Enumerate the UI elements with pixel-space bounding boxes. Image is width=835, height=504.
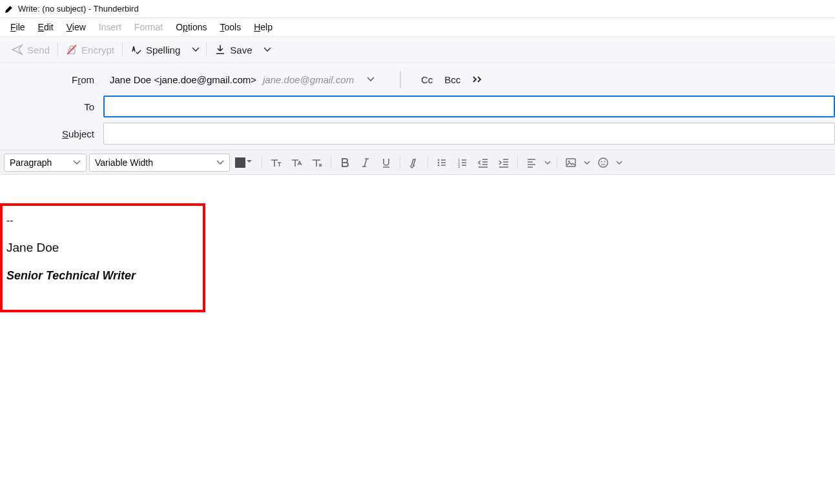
more-recipients-button[interactable] — [472, 76, 484, 83]
send-button[interactable]: Send — [5, 40, 56, 59]
menu-file[interactable]: File — [4, 19, 32, 35]
insert-image-button[interactable] — [562, 154, 580, 172]
numbered-list-button[interactable]: 123 — [453, 154, 471, 172]
svg-point-10 — [601, 161, 603, 162]
svg-point-3 — [438, 164, 440, 166]
outdent-icon — [477, 157, 489, 168]
subject-label: Subject — [0, 128, 103, 139]
italic-icon — [360, 157, 371, 168]
indent-icon — [498, 157, 510, 168]
align-left-icon — [526, 157, 537, 168]
outdent-button[interactable] — [474, 154, 492, 172]
toolbar-separator — [57, 43, 58, 57]
subject-input[interactable] — [103, 123, 835, 145]
chevron-down-icon — [616, 161, 623, 165]
to-input[interactable] — [103, 96, 835, 117]
to-row: To — [0, 93, 835, 120]
divider — [331, 156, 331, 169]
cc-button[interactable]: Cc — [421, 74, 433, 85]
encrypt-button[interactable]: Encrypt — [59, 40, 121, 59]
insert-emoji-dropdown[interactable] — [615, 161, 624, 165]
menu-insert: Insert — [92, 19, 128, 35]
compose-body[interactable]: -- Jane Doe Senior Technical Writer — [0, 175, 835, 504]
signature-title: Senior Technical Writer — [6, 269, 199, 283]
to-label: To — [0, 101, 103, 112]
signature-separator: -- — [6, 215, 199, 227]
toolbar-separator — [122, 43, 123, 57]
divider — [262, 156, 262, 169]
indent-button[interactable] — [495, 154, 513, 172]
underline-button[interactable] — [377, 154, 395, 172]
format-toolbar: Paragraph Variable Width 123 — [0, 150, 835, 175]
image-icon — [565, 157, 577, 168]
menu-format: Format — [128, 19, 169, 35]
font-size-decrease-button[interactable] — [267, 154, 285, 172]
spellcheck-icon — [130, 44, 142, 55]
svg-point-1 — [438, 159, 440, 161]
svg-point-2 — [438, 161, 440, 163]
send-icon — [12, 44, 23, 55]
menu-help[interactable]: Help — [247, 19, 279, 35]
svg-rect-7 — [566, 159, 575, 166]
from-label: From — [0, 74, 103, 85]
bcc-button[interactable]: Bcc — [444, 74, 460, 85]
eraser-format-icon — [408, 157, 420, 168]
menu-tools[interactable]: Tools — [213, 19, 247, 35]
align-dropdown[interactable] — [543, 161, 552, 165]
remove-text-styling-button[interactable] — [308, 154, 326, 172]
svg-point-8 — [568, 160, 570, 162]
from-dropdown[interactable] — [360, 77, 381, 82]
menu-edit[interactable]: Edit — [32, 19, 60, 35]
bold-button[interactable] — [336, 154, 354, 172]
toolbar-separator — [206, 43, 207, 57]
paragraph-style-select[interactable]: Paragraph — [4, 154, 87, 172]
chevron-down-icon — [584, 161, 590, 165]
from-account-hint: jane.doe@gmail.com — [263, 74, 354, 85]
main-toolbar: Send Encrypt Spelling Save — [0, 36, 835, 63]
chevron-down-icon — [367, 77, 375, 82]
divider — [428, 156, 428, 169]
chevron-down-icon — [263, 47, 271, 52]
chevron-down-icon — [544, 161, 551, 165]
svg-point-9 — [599, 158, 608, 167]
italic-button[interactable] — [356, 154, 375, 172]
compose-icon — [4, 4, 14, 14]
recipient-type-buttons: Cc Bcc — [421, 74, 484, 85]
menu-view[interactable]: View — [60, 19, 92, 35]
spelling-button[interactable]: Spelling — [124, 40, 187, 59]
save-dropdown[interactable] — [258, 43, 276, 56]
from-value-group: Jane Doe <jane.doe@gmail.com> jane.doe@g… — [103, 72, 484, 86]
bullet-list-icon — [436, 157, 448, 168]
subject-row: Subject — [0, 120, 835, 147]
lock-slash-icon — [66, 44, 77, 55]
spelling-dropdown[interactable] — [187, 43, 205, 56]
double-chevron-right-icon — [472, 76, 484, 83]
font-size-increase-button[interactable] — [287, 154, 305, 172]
font-family-select[interactable]: Variable Width — [89, 154, 230, 172]
bold-icon — [339, 157, 351, 168]
remove-formatting-button[interactable] — [405, 154, 423, 172]
svg-text:3: 3 — [458, 165, 460, 168]
underline-icon — [380, 157, 392, 168]
align-button[interactable] — [522, 154, 541, 172]
save-button[interactable]: Save — [208, 40, 258, 59]
smiley-icon — [597, 157, 609, 168]
menu-options[interactable]: Options — [169, 19, 213, 35]
font-larger-icon — [290, 156, 303, 169]
insert-emoji-button[interactable] — [594, 154, 612, 172]
divider — [557, 156, 557, 169]
divider: │ — [387, 72, 415, 86]
font-smaller-icon — [269, 156, 282, 169]
menubar: File Edit View Insert Format Options Too… — [0, 18, 835, 36]
clear-format-icon — [311, 156, 324, 169]
divider — [517, 156, 518, 169]
bullet-list-button[interactable] — [433, 154, 451, 172]
window-titlebar: Write: (no subject) - Thunderbird — [0, 0, 835, 18]
address-header: From Jane Doe <jane.doe@gmail.com> jane.… — [0, 63, 835, 150]
from-row: From Jane Doe <jane.doe@gmail.com> jane.… — [0, 66, 835, 93]
signature-name: Jane Doe — [6, 241, 199, 255]
text-color-swatch[interactable] — [235, 157, 245, 168]
insert-image-dropdown[interactable] — [582, 161, 592, 165]
numbered-list-icon: 123 — [457, 157, 468, 168]
from-identity[interactable]: Jane Doe <jane.doe@gmail.com> — [110, 74, 256, 85]
